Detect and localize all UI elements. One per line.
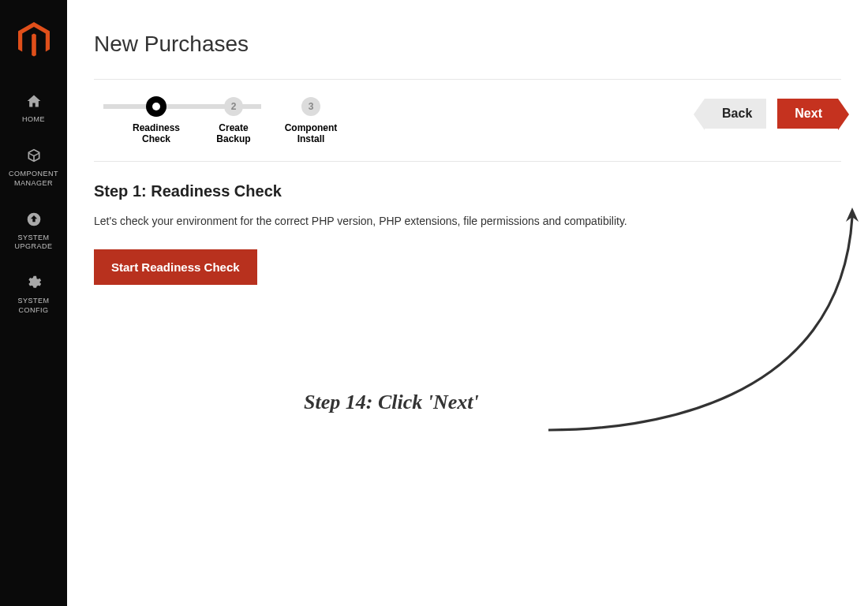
step-label: ComponentInstall [285, 122, 338, 145]
sidebar-item-component-manager[interactable]: COMPONENTMANAGER [0, 137, 67, 200]
tutorial-arrow [533, 193, 868, 454]
tutorial-annotation: Step 14: Click 'Next' [304, 391, 479, 414]
sidebar-item-home[interactable]: HOME [0, 82, 67, 137]
page-title: New Purchases [94, 32, 841, 57]
step-heading: Step 1: Readiness Check [94, 182, 841, 200]
sidebar-item-label: SYSTEMUPGRADE [14, 234, 52, 252]
start-readiness-check-button[interactable]: Start Readiness Check [94, 249, 257, 285]
cube-icon [25, 148, 43, 166]
wizard-actions: Back Next [705, 99, 841, 129]
step-circle-active [147, 97, 166, 116]
sidebar-item-label: HOME [22, 115, 45, 124]
sidebar-item-system-upgrade[interactable]: SYSTEMUPGRADE [0, 200, 67, 264]
gear-icon [26, 275, 42, 294]
wizard-step-3[interactable]: 3 ComponentInstall [272, 97, 350, 145]
step-label: ReadinessCheck [133, 122, 180, 145]
sidebar-item-system-config[interactable]: SYSTEMCONFIG [0, 264, 67, 327]
next-button[interactable]: Next [777, 99, 838, 129]
home-icon [25, 93, 43, 112]
step-circle: 3 [301, 97, 320, 116]
wizard-row: ReadinessCheck 2 CreateBackup 3 Componen… [94, 80, 841, 161]
magento-logo [18, 22, 50, 54]
sidebar-item-label: SYSTEMCONFIG [17, 297, 49, 315]
back-button[interactable]: Back [705, 99, 766, 129]
upgrade-icon [25, 211, 43, 230]
main-content: New Purchases ReadinessCheck 2 CreateBac… [67, 0, 868, 606]
wizard-steps: ReadinessCheck 2 CreateBackup 3 Componen… [94, 97, 350, 145]
sidebar: HOME COMPONENTMANAGER SYSTEMUPGRADE SYST… [0, 0, 67, 606]
step-circle: 2 [224, 97, 243, 116]
sidebar-item-label: COMPONENTMANAGER [9, 170, 58, 188]
step-description: Let's check your environment for the cor… [94, 215, 841, 227]
divider [94, 161, 841, 162]
step-label: CreateBackup [216, 122, 250, 145]
